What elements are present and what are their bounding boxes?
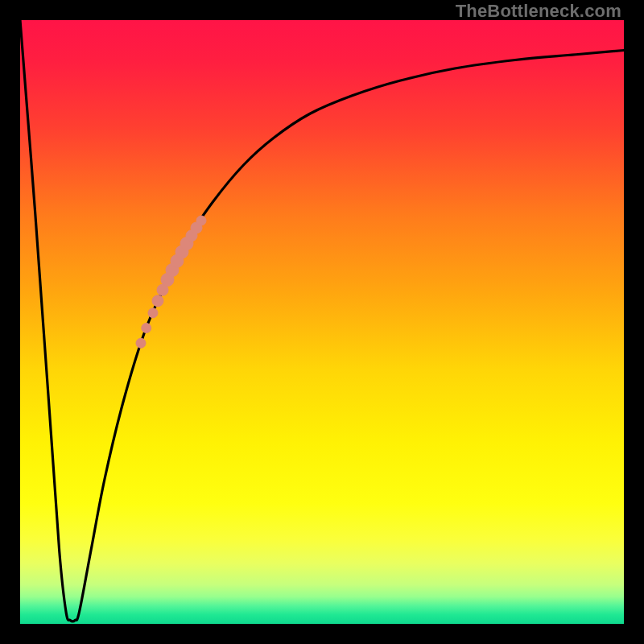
plot-background bbox=[20, 20, 624, 624]
bottleneck-chart bbox=[20, 20, 624, 624]
curve-dot bbox=[136, 338, 146, 348]
curve-dot bbox=[142, 324, 151, 333]
curve-dot bbox=[152, 295, 163, 307]
chart-container: TheBottleneck.com bbox=[0, 0, 644, 644]
curve-dot bbox=[148, 308, 158, 318]
curve-dot bbox=[196, 216, 206, 225]
watermark-label: TheBottleneck.com bbox=[456, 1, 621, 22]
